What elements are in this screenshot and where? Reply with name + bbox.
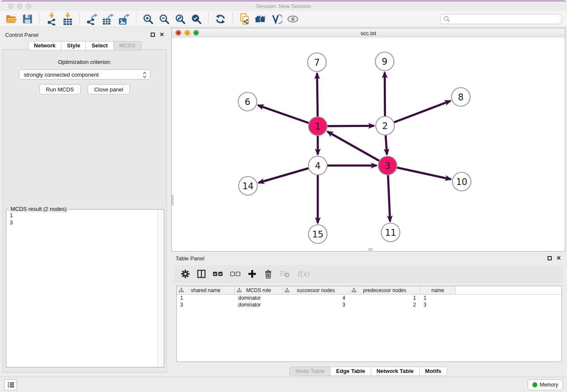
toolbar-separator xyxy=(136,13,136,25)
zoom-in-icon[interactable] xyxy=(142,12,154,26)
maximize-window-button[interactable] xyxy=(26,3,31,9)
table-header-row: shared nameMCDS rolesuccessor nodesprede… xyxy=(177,286,561,295)
clone-network-icon[interactable] xyxy=(238,12,251,26)
memory-status-icon xyxy=(532,382,537,387)
table-cell: dominator xyxy=(235,302,283,308)
zoom-out-icon[interactable] xyxy=(158,12,171,26)
node-label-7: 7 xyxy=(314,58,319,68)
app-titlebar: Session: New Session xyxy=(0,0,567,11)
column-header-successor-nodes[interactable]: successor nodes xyxy=(283,286,350,294)
column-header-name[interactable]: name xyxy=(420,286,456,294)
status-bar: Memory xyxy=(0,377,567,392)
table-cell: dominator xyxy=(235,295,283,301)
export-network-icon[interactable] xyxy=(85,12,98,26)
table-tab-edge-table[interactable]: Edge Table xyxy=(330,367,371,376)
result-scrollbar[interactable] xyxy=(157,210,163,367)
edge-2-8[interactable] xyxy=(385,101,451,126)
close-window-button[interactable] xyxy=(8,3,14,9)
control-panel-header: Control Panel ✕ xyxy=(2,30,168,40)
search-input[interactable] xyxy=(440,14,562,24)
toolbar-separator xyxy=(80,13,80,25)
toolbar-separator xyxy=(232,13,233,25)
show-columns-icon[interactable] xyxy=(197,270,206,278)
home-networks-icon[interactable] xyxy=(254,12,267,26)
table-tab-motifs[interactable]: Motifs xyxy=(420,367,447,376)
delete-column-icon[interactable] xyxy=(264,269,272,279)
main-toolbar xyxy=(0,11,567,27)
tab-network[interactable]: Network xyxy=(28,41,61,50)
search-icon xyxy=(443,16,450,22)
tab-select[interactable]: Select xyxy=(86,41,113,50)
task-history-button[interactable] xyxy=(4,379,17,390)
table-cell: 3 xyxy=(177,302,235,308)
table-toolbar: f(x) xyxy=(174,265,562,282)
table-cell: 3 xyxy=(283,302,350,308)
node-label-15: 15 xyxy=(312,229,324,240)
network-zoom-icon[interactable]: + xyxy=(193,30,199,36)
toolbar-separator xyxy=(208,13,209,25)
column-header-shared-name[interactable]: shared name xyxy=(177,286,235,294)
table-panel-tabs: Node TableEdge TableNetwork TableMotifs xyxy=(171,367,565,376)
run-mcds-button[interactable]: Run MCDS xyxy=(39,84,81,94)
export-table-icon[interactable] xyxy=(102,12,114,26)
show-hide-icon[interactable] xyxy=(286,12,299,26)
select-all-columns-icon[interactable] xyxy=(213,271,223,276)
column-header-MCDS-role[interactable]: MCDS role xyxy=(235,286,283,294)
float-table-panel-icon[interactable] xyxy=(548,256,552,260)
export-image-icon[interactable] xyxy=(118,12,130,26)
node-label-6: 6 xyxy=(245,97,250,107)
table-panel: Table Panel ✕ f(x) shared nameMCDS rol xyxy=(171,253,565,377)
open-session-icon[interactable] xyxy=(5,12,18,26)
table-body: 1dominator4113dominator323 xyxy=(177,295,561,308)
titlebar-accent-strip xyxy=(0,0,567,2)
node-label-4: 4 xyxy=(315,161,320,171)
zoom-fit-icon[interactable] xyxy=(174,12,187,26)
window-controls xyxy=(8,3,31,9)
table-cell: 3 xyxy=(420,302,456,308)
table-cell: 1 xyxy=(177,295,235,301)
import-table-icon[interactable] xyxy=(61,12,74,26)
network-close-icon[interactable]: ✕ xyxy=(176,30,181,36)
apply-layout-icon[interactable] xyxy=(214,12,227,26)
network-minimize-icon[interactable]: − xyxy=(184,30,190,36)
table-row[interactable]: 1dominator411 xyxy=(177,295,561,301)
node-label-10: 10 xyxy=(456,177,468,187)
network-graph: 1234678910111415 xyxy=(172,38,565,251)
float-panel-icon[interactable] xyxy=(151,33,155,37)
close-panel-button[interactable]: Close panel xyxy=(88,84,130,94)
function-builder-icon-disabled: f(x) xyxy=(297,270,309,278)
network-window-title: scc.txt xyxy=(361,30,376,36)
unselect-all-columns-icon[interactable] xyxy=(230,271,240,276)
control-panel: Control Panel ✕ NetworkStyleSelectMCDS O… xyxy=(2,30,168,373)
memory-label: Memory xyxy=(540,382,558,388)
close-panel-icon[interactable]: ✕ xyxy=(160,32,164,37)
node-label-3: 3 xyxy=(385,161,390,171)
network-canvas[interactable]: 1234678910111415 xyxy=(172,38,565,251)
memory-button[interactable]: Memory xyxy=(528,379,563,390)
control-panel-tabs: NetworkStyleSelectMCDS xyxy=(2,41,168,50)
splitter-grip-left[interactable] xyxy=(172,195,173,205)
create-column-icon[interactable] xyxy=(248,269,257,279)
select-stepper-icon xyxy=(143,72,147,78)
table-tab-network-table[interactable]: Network Table xyxy=(371,367,420,376)
table-settings-gear-icon[interactable] xyxy=(181,269,190,279)
close-table-panel-icon[interactable]: ✕ xyxy=(556,256,561,261)
optimization-criterion-select[interactable]: strongly connected component xyxy=(19,69,150,80)
import-network-icon[interactable] xyxy=(45,12,58,26)
table-cell: 1 xyxy=(350,295,420,301)
column-header-predecessor-nodes[interactable]: predecessor nodes xyxy=(350,286,420,294)
table-row[interactable]: 3dominator323 xyxy=(177,301,561,308)
edge-3-1[interactable] xyxy=(328,132,388,166)
vizmapper-icon[interactable] xyxy=(270,12,283,26)
zoom-selected-icon[interactable] xyxy=(190,12,203,26)
splitter-grip-bottom[interactable] xyxy=(369,248,372,251)
tab-mcds[interactable]: MCDS xyxy=(114,41,141,50)
node-label-2: 2 xyxy=(382,121,388,131)
table-tab-node-table[interactable]: Node Table xyxy=(289,367,330,376)
minimize-window-button[interactable] xyxy=(17,3,22,9)
tab-style[interactable]: Style xyxy=(61,41,86,50)
save-session-icon[interactable] xyxy=(21,12,34,26)
node-label-9: 9 xyxy=(382,57,387,67)
control-panel-title: Control Panel xyxy=(5,32,151,38)
search-box xyxy=(440,14,562,24)
